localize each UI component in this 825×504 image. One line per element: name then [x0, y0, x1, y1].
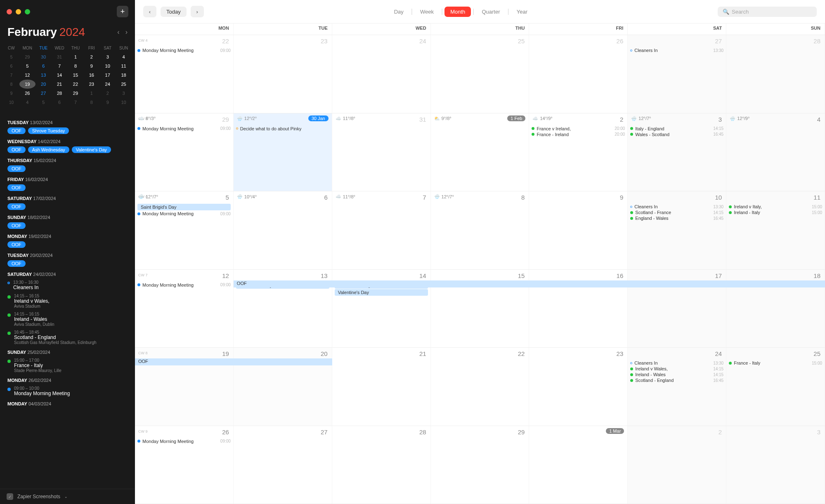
mini-cal-day[interactable]: 28 — [52, 89, 68, 98]
agenda-pill[interactable]: OOF — [7, 260, 26, 267]
agenda-pill[interactable]: OOF — [7, 146, 26, 153]
day-cell[interactable]: CW 712 Monday Morning Meeting 09:00 — [135, 270, 234, 348]
calendar-event[interactable]: Ireland v Italy, 15:00 — [729, 204, 822, 210]
day-cell[interactable]: 🌧️12°/7°3 Italy - England 14:15 Wales - … — [628, 113, 726, 191]
sidebar-footer[interactable]: ✓ Zapier Screenshots ⌄ — [0, 489, 135, 504]
day-cell[interactable]: 23 — [234, 35, 332, 113]
maximize-window-button[interactable] — [25, 9, 30, 14]
day-cell[interactable]: CW 6🌧️12°/7°5Saint Brigid's Day Monday M… — [135, 191, 234, 269]
mini-cal-day[interactable]: 9 — [83, 61, 99, 71]
agenda-pill[interactable]: OOF — [7, 184, 26, 191]
day-cell[interactable]: 27 Cleaners In 13:30 — [628, 35, 726, 113]
agenda-event[interactable]: 15:00 – 17:00 France - Italy Stade Pierr… — [7, 358, 128, 373]
mini-cal-day[interactable]: 29 — [19, 52, 35, 61]
mini-cal-day[interactable]: 20 — [35, 80, 52, 89]
calendar-event[interactable]: France v Ireland, 20:00 — [532, 126, 625, 132]
day-cell[interactable]: ⛅9°/8°1 Feb — [431, 113, 530, 191]
mini-cal-day[interactable]: 6 — [52, 98, 68, 107]
mini-cal-day[interactable]: 19 — [19, 80, 35, 89]
agenda-pill[interactable]: Shrove Tuesday — [28, 127, 69, 134]
day-cell[interactable]: 22 — [431, 348, 530, 426]
calendar-event[interactable]: Cleaners In 13:30 — [630, 47, 723, 53]
day-cell[interactable]: 2 — [628, 426, 726, 504]
mini-cal-day[interactable]: 10 — [116, 98, 132, 107]
view-tab-month[interactable]: Month — [444, 7, 471, 17]
checkbox-icon[interactable]: ✓ — [7, 493, 13, 500]
next-period-button[interactable]: › — [191, 6, 204, 17]
mini-cal-day[interactable]: 27 — [35, 89, 52, 98]
allday-event[interactable]: Saint Brigid's Day — [137, 204, 231, 210]
agenda-pill[interactable]: OOF — [7, 241, 26, 248]
agenda-pill[interactable]: OOF — [7, 222, 26, 229]
calendar-event[interactable]: Monday Morning Meeting 09:00 — [137, 47, 231, 53]
day-cell[interactable]: 26 — [529, 35, 628, 113]
mini-cal-day[interactable]: 31 — [52, 52, 68, 61]
mini-cal-day[interactable]: 11 — [116, 61, 132, 71]
mini-calendar[interactable]: CWMONTUEWEDTHUFRISATSUN52930311234656789… — [0, 44, 135, 112]
mini-cal-day[interactable]: 12 — [19, 71, 35, 80]
agenda-list[interactable]: TUESDAY 13/02/2024OOFShrove TuesdayWEDNE… — [0, 112, 135, 489]
day-cell[interactable]: ☁️11°/8°31 — [332, 113, 431, 191]
multiday-event[interactable]: OOF — [234, 280, 825, 287]
prev-period-button[interactable]: ‹ — [143, 6, 156, 17]
mini-cal-day[interactable]: 9 — [99, 98, 116, 107]
agenda-pill[interactable]: OOF — [7, 165, 26, 172]
mini-cal-day[interactable]: 26 — [19, 89, 35, 98]
mini-cal-day[interactable]: 24 — [99, 80, 116, 89]
day-cell[interactable]: CW 422 Monday Morning Meeting 09:00 — [135, 35, 234, 113]
calendar-event[interactable]: Monday Morning Meeting 09:00 — [137, 438, 231, 444]
mini-cal-day[interactable]: 8 — [68, 61, 84, 71]
minimize-window-button[interactable] — [16, 9, 21, 14]
mini-cal-day[interactable]: 8 — [83, 98, 99, 107]
mini-cal-day[interactable]: 16 — [83, 71, 99, 80]
mini-cal-day[interactable]: 17 — [99, 71, 116, 80]
mini-cal-day[interactable]: 7 — [52, 61, 68, 71]
multiday-event[interactable]: OOF — [135, 358, 332, 365]
prev-month-button[interactable]: ‹ — [117, 28, 119, 36]
calendar-event[interactable]: Ireland - Wales 14:15 — [630, 372, 723, 377]
day-cell[interactable]: 25 France - Italy 15:00 — [726, 348, 825, 426]
day-cell[interactable]: 🌧️12°/7°8 — [431, 191, 530, 269]
day-cell[interactable]: 10 Cleaners In 13:30 Scotland - France 1… — [628, 191, 726, 269]
agenda-pill[interactable]: Ash Wednesday — [28, 146, 69, 153]
calendar-event[interactable]: Monday Morning Meeting 09:00 — [137, 211, 231, 217]
grid-body[interactable]: CW 422 Monday Morning Meeting 09:00 2324… — [135, 35, 825, 504]
day-cell[interactable]: 29 — [431, 426, 530, 504]
agenda-event[interactable]: 14:15 – 16:15 Ireland - Wales Aviva Stad… — [7, 312, 128, 327]
view-tab-week[interactable]: Week — [414, 7, 440, 17]
view-tab-quarter[interactable]: Quarter — [476, 7, 506, 17]
mini-cal-day[interactable]: 22 — [68, 80, 84, 89]
day-cell[interactable]: 11 Ireland v Italy, 15:00 Ireland - Ital… — [726, 191, 825, 269]
view-tab-day[interactable]: Day — [388, 7, 409, 17]
agenda-event[interactable]: 09:00 – 10:00 Monday Morning Meeting — [7, 386, 128, 396]
mini-cal-day[interactable]: 14 — [52, 71, 68, 80]
calendar-event[interactable]: Monday Morning Meeting 09:00 — [137, 126, 231, 132]
mini-cal-day[interactable]: 29 — [68, 89, 84, 98]
day-cell[interactable]: 28 — [726, 35, 825, 113]
calendar-event[interactable]: France - Ireland 20:00 — [532, 132, 625, 137]
day-cell[interactable]: 1 Mar — [529, 426, 628, 504]
calendar-event[interactable]: Wales - Scotland 16:45 — [630, 132, 723, 137]
calendar-event[interactable]: Monday Morning Meeting 09:00 — [137, 282, 231, 288]
calendar-event[interactable]: Scotland - France 14:15 — [630, 210, 723, 215]
mini-cal-day[interactable]: 5 — [19, 61, 35, 71]
calendar-event[interactable]: Decide what to do about Pinky — [236, 126, 329, 132]
day-cell[interactable]: 9 — [529, 191, 628, 269]
mini-cal-day[interactable]: 21 — [52, 80, 68, 89]
agenda-event[interactable]: 16:45 – 18:45 Scotland - England Scottis… — [7, 330, 128, 345]
agenda-pill[interactable]: Valentine's Day — [72, 146, 111, 153]
next-month-button[interactable]: › — [125, 28, 128, 36]
agenda-event[interactable]: 14:15 – 16:15 Ireland v Wales, Aviva Sta… — [7, 294, 128, 309]
day-cell[interactable]: ☁️14°/9°2 France v Ireland, 20:00 France… — [529, 113, 628, 191]
agenda-pill[interactable]: OOF — [7, 127, 26, 134]
day-cell[interactable]: 21 — [332, 348, 431, 426]
mini-cal-day[interactable]: 4 — [116, 52, 132, 61]
view-tab-year[interactable]: Year — [511, 7, 533, 17]
day-cell[interactable]: 🌧️12°/9°4 — [726, 113, 825, 191]
mini-cal-day[interactable]: 30 — [35, 52, 52, 61]
day-cell[interactable]: 3 — [726, 426, 825, 504]
mini-cal-day[interactable]: 6 — [35, 61, 52, 71]
mini-cal-day[interactable]: 3 — [99, 52, 116, 61]
mini-cal-day[interactable]: 2 — [99, 89, 116, 98]
calendar-event[interactable]: Cleaners In 13:30 — [630, 360, 723, 366]
